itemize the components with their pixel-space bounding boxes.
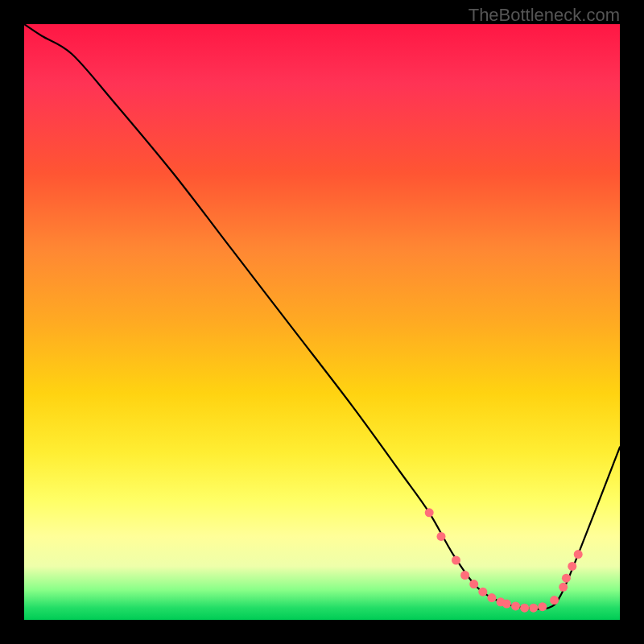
bottleneck-curve — [24, 24, 620, 609]
plot-area — [24, 24, 620, 620]
chart-container: TheBottleneck.com — [0, 0, 644, 644]
attribution-label: TheBottleneck.com — [469, 5, 620, 26]
highlight-dot — [562, 574, 571, 583]
highlight-dot — [559, 583, 568, 592]
highlight-dot — [460, 571, 469, 580]
highlight-dot — [469, 580, 478, 588]
highlight-dot — [511, 601, 520, 610]
chart-svg — [24, 24, 620, 620]
highlight-dot — [568, 562, 576, 571]
highlight-dot — [550, 596, 559, 605]
highlight-dot — [538, 602, 547, 611]
highlight-dot — [487, 593, 496, 602]
highlight-dot — [425, 508, 434, 517]
highlight-dot — [574, 550, 583, 559]
highlight-dot — [529, 604, 538, 613]
highlight-dot — [437, 532, 446, 541]
highlight-dot — [502, 600, 511, 609]
highlight-dot — [478, 588, 487, 597]
highlight-dot — [452, 556, 460, 565]
highlight-dot — [520, 604, 529, 613]
